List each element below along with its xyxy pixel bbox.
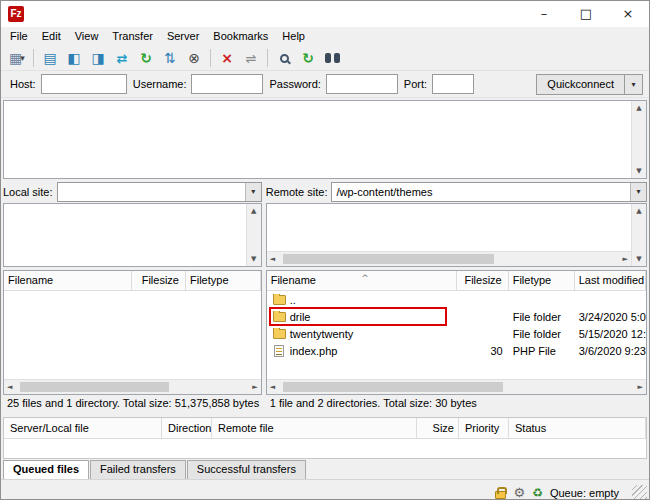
reconnect-button[interactable]: ⇌ xyxy=(240,47,262,69)
column-header-size[interactable]: Size xyxy=(417,418,459,438)
file-row-twentytwenty[interactable]: twentytwenty File folder 5/15/2020 12: xyxy=(267,325,646,342)
local-list-body[interactable] xyxy=(4,291,261,379)
scroll-left-icon[interactable]: ◄ xyxy=(4,380,15,394)
local-site-combo[interactable]: ▾ xyxy=(57,182,262,202)
queue-tabs: Queued files Failed transfers Successful… xyxy=(1,459,649,479)
folder-icon xyxy=(273,312,286,322)
statusbar: ⚙ ♻ Queue: empty xyxy=(1,479,649,500)
menu-server[interactable]: Server xyxy=(160,27,206,46)
scrollbar-thumb[interactable] xyxy=(283,254,494,264)
process-queue-button[interactable]: ⇅ xyxy=(159,47,181,69)
file-name: drile xyxy=(290,311,311,323)
column-header-filename[interactable]: Filename xyxy=(4,271,132,290)
scroll-down-icon[interactable]: ▼ xyxy=(633,252,644,266)
scroll-left-icon[interactable]: ◄ xyxy=(267,252,278,266)
local-tree-vertical-scrollbar[interactable]: ▲ ▼ xyxy=(246,204,261,267)
toggle-log-button[interactable]: ▤ xyxy=(39,47,61,69)
local-directory-tree[interactable]: ▲ ▼ xyxy=(3,203,262,268)
folder-icon xyxy=(273,295,286,305)
column-header-filesize[interactable]: Filesize xyxy=(132,271,186,290)
close-button[interactable]: × xyxy=(607,1,649,27)
column-header-status[interactable]: Status xyxy=(509,418,646,438)
chevron-down-icon: ▾ xyxy=(20,53,25,63)
minimize-button[interactable]: – xyxy=(523,1,565,27)
column-header-filetype[interactable]: Filetype xyxy=(509,271,575,290)
column-header-last-modified[interactable]: Last modified xyxy=(575,271,646,290)
scroll-right-icon[interactable]: ► xyxy=(635,380,646,394)
log-vertical-scrollbar[interactable]: ▲ ▼ xyxy=(631,101,646,178)
menubar: File Edit View Transfer Server Bookmarks… xyxy=(1,27,649,46)
column-header-remote-file[interactable]: Remote file xyxy=(212,418,417,438)
toolbar-separator xyxy=(267,49,268,67)
file-modified: 5/15/2020 12: xyxy=(575,328,646,340)
menu-edit[interactable]: Edit xyxy=(35,27,68,46)
column-header-server-local-file[interactable]: Server/Local file xyxy=(4,418,162,438)
chevron-down-icon[interactable]: ▾ xyxy=(245,183,261,201)
tab-queued-files[interactable]: Queued files xyxy=(3,460,89,479)
password-input[interactable] xyxy=(326,74,398,94)
local-status-text: 25 files and 1 directory. Total size: 51… xyxy=(3,395,262,411)
scroll-right-icon[interactable]: ► xyxy=(620,252,631,266)
menu-view[interactable]: View xyxy=(68,27,106,46)
column-header-filename[interactable]: Filename ^ xyxy=(267,271,457,290)
cancel-operation-button[interactable]: ⊗ xyxy=(183,47,205,69)
remote-list-header: Filename ^ Filesize Filetype Last modifi… xyxy=(267,271,646,291)
menu-help[interactable]: Help xyxy=(275,27,312,46)
remote-site-combo[interactable]: /wp-content/themes ▾ xyxy=(331,182,647,202)
maximize-button[interactable]: □ xyxy=(565,1,607,27)
resize-grip[interactable] xyxy=(632,485,647,500)
port-label: Port: xyxy=(404,78,427,90)
menu-bookmarks[interactable]: Bookmarks xyxy=(206,27,275,46)
local-site-label: Local site: xyxy=(3,186,53,198)
quickconnect-button[interactable]: Quickconnect xyxy=(536,74,625,95)
sync-browsing-button[interactable]: ↻ xyxy=(297,47,319,69)
remote-tree-horizontal-scrollbar[interactable]: ◄ ► xyxy=(267,251,631,266)
scrollbar-thumb[interactable] xyxy=(283,382,503,392)
file-row-parent-dir[interactable]: .. xyxy=(267,291,646,308)
toggle-queue-button[interactable]: ⇄ xyxy=(111,47,133,69)
refresh-button[interactable]: ↻ xyxy=(135,47,157,69)
column-header-filetype[interactable]: Filetype xyxy=(186,271,261,290)
toggle-queue-icon: ⇄ xyxy=(117,51,128,66)
local-horizontal-scrollbar[interactable]: ◄ ► xyxy=(4,379,261,394)
scroll-left-icon[interactable]: ◄ xyxy=(267,380,278,394)
scroll-down-icon[interactable]: ▼ xyxy=(633,164,644,178)
tab-failed-transfers[interactable]: Failed transfers xyxy=(90,460,186,479)
remote-horizontal-scrollbar[interactable]: ◄ ► xyxy=(267,379,646,394)
scrollbar-thumb[interactable] xyxy=(20,382,169,392)
sort-ascending-icon: ^ xyxy=(361,271,369,288)
scroll-down-icon[interactable]: ▼ xyxy=(248,252,259,266)
username-label: Username: xyxy=(133,78,187,90)
toggle-local-tree-button[interactable]: ◧ xyxy=(63,47,85,69)
column-header-priority[interactable]: Priority xyxy=(459,418,509,438)
menu-file[interactable]: File xyxy=(3,27,35,46)
find-files-button[interactable] xyxy=(321,47,343,69)
tab-successful-transfers[interactable]: Successful transfers xyxy=(187,460,306,479)
scroll-up-icon[interactable]: ▲ xyxy=(633,204,644,218)
remote-directory-tree[interactable]: ▲ ▼ ◄ ► xyxy=(266,203,647,268)
directory-compare-button[interactable] xyxy=(273,47,295,69)
scroll-up-icon[interactable]: ▲ xyxy=(248,204,259,218)
site-manager-button[interactable]: ▦ ▾ xyxy=(6,47,28,69)
quickconnect-dropdown-button[interactable]: ▾ xyxy=(625,74,643,95)
chevron-down-icon[interactable]: ▾ xyxy=(630,183,646,201)
remote-tree-vertical-scrollbar[interactable]: ▲ ▼ xyxy=(631,204,646,267)
disconnect-button[interactable]: × xyxy=(216,47,238,69)
queue-list-body[interactable] xyxy=(3,439,647,459)
username-input[interactable] xyxy=(191,74,263,94)
toggle-remote-tree-button[interactable]: ◨ xyxy=(87,47,109,69)
file-row-drile[interactable]: drile File folder 3/24/2020 5:0 xyxy=(267,308,646,325)
host-input[interactable] xyxy=(41,74,127,94)
recycle-icon[interactable]: ♻ xyxy=(532,486,543,500)
column-header-filesize[interactable]: Filesize xyxy=(457,271,509,290)
column-header-direction[interactable]: Direction xyxy=(162,418,212,438)
gear-icon[interactable]: ⚙ xyxy=(513,485,525,500)
port-input[interactable] xyxy=(432,74,474,94)
local-file-list: Filename Filesize Filetype ◄ ► xyxy=(3,270,262,395)
remote-list-body[interactable]: .. drile File folder 3/24/2020 5:0 twent… xyxy=(267,291,646,379)
menu-transfer[interactable]: Transfer xyxy=(105,27,160,46)
scroll-up-icon[interactable]: ▲ xyxy=(633,101,644,115)
scroll-right-icon[interactable]: ► xyxy=(249,380,260,394)
lock-icon[interactable] xyxy=(495,491,506,499)
file-row-index-php[interactable]: index.php 30 PHP File 3/6/2020 9:23 xyxy=(267,342,646,359)
